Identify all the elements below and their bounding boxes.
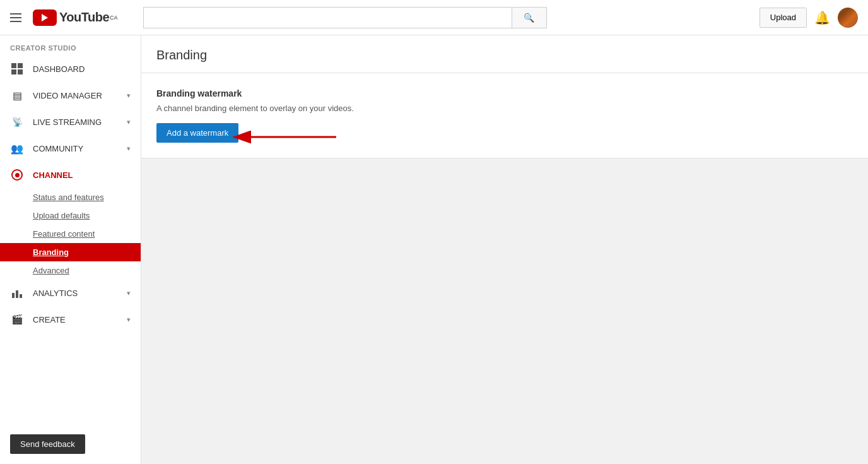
- create-chevron: ▾: [127, 316, 131, 324]
- sidebar-item-community[interactable]: 👥 COMMUNITY ▾: [0, 135, 141, 162]
- analytics-chevron: ▾: [127, 289, 131, 297]
- analytics-label: ANALYTICS: [33, 289, 127, 298]
- arrow-annotation: [238, 118, 339, 156]
- search-input[interactable]: [143, 7, 512, 28]
- upload-button[interactable]: Upload: [760, 8, 807, 28]
- sidebar-sub-item-advanced[interactable]: Advanced: [0, 261, 141, 280]
- sidebar-sub-item-upload-defaults[interactable]: Upload defaults: [0, 206, 141, 225]
- branding-section: Branding watermark A channel branding el…: [141, 73, 868, 158]
- video-manager-label: VIDEO MANAGER: [33, 91, 127, 100]
- avatar[interactable]: [838, 8, 858, 28]
- search-button[interactable]: 🔍: [512, 7, 547, 28]
- community-icon: 👥: [10, 141, 24, 155]
- video-manager-icon: ▤: [10, 88, 24, 102]
- community-label: COMMUNITY: [33, 144, 127, 153]
- live-streaming-chevron: ▾: [127, 118, 131, 126]
- main-content: Branding Branding watermark A channel br…: [141, 35, 868, 464]
- watermark-section-title: Branding watermark: [156, 88, 853, 98]
- search-bar: 🔍: [143, 7, 547, 28]
- create-icon: 🎬: [10, 312, 24, 326]
- channel-icon: [10, 168, 24, 182]
- header-actions: Upload 🔔: [760, 8, 858, 28]
- analytics-icon: [10, 286, 24, 300]
- bell-icon[interactable]: 🔔: [814, 10, 830, 25]
- watermark-section-desc: A channel branding element to overlay on…: [156, 104, 853, 113]
- sidebar-item-dashboard[interactable]: DASHBOARD: [0, 56, 141, 82]
- live-streaming-icon: 📡: [10, 115, 24, 129]
- yt-play-icon: [33, 9, 57, 26]
- yt-wordmark: YouTube: [59, 10, 109, 25]
- sidebar-item-create[interactable]: 🎬 CREATE ▾: [0, 306, 141, 333]
- menu-icon[interactable]: [10, 10, 25, 25]
- dashboard-icon: [10, 62, 24, 76]
- create-label: CREATE: [33, 315, 127, 324]
- youtube-logo[interactable]: YouTubeCA: [33, 9, 118, 26]
- sidebar-sub-item-branding[interactable]: Branding: [0, 243, 141, 261]
- page-title: Branding: [141, 35, 868, 73]
- search-icon: 🔍: [524, 13, 534, 23]
- content-card: Branding Branding watermark A channel br…: [141, 35, 868, 158]
- video-manager-chevron: ▾: [127, 92, 131, 100]
- sidebar-item-channel[interactable]: CHANNEL: [0, 162, 141, 188]
- sidebar-bottom: Send feedback: [0, 424, 141, 464]
- layout: CREATOR STUDIO DASHBOARD ▤ VIDEO MANAGER…: [0, 35, 868, 464]
- community-chevron: ▾: [127, 145, 131, 153]
- live-streaming-label: LIVE STREAMING: [33, 117, 127, 127]
- send-feedback-button[interactable]: Send feedback: [10, 434, 85, 454]
- sidebar: CREATOR STUDIO DASHBOARD ▤ VIDEO MANAGER…: [0, 35, 141, 464]
- sidebar-item-live-streaming[interactable]: 📡 LIVE STREAMING ▾: [0, 109, 141, 135]
- dashboard-label: DASHBOARD: [33, 64, 131, 74]
- channel-label: CHANNEL: [33, 170, 131, 180]
- header: YouTubeCA 🔍 Upload 🔔: [0, 0, 868, 35]
- sidebar-item-analytics[interactable]: ANALYTICS ▾: [0, 280, 141, 306]
- add-watermark-button[interactable]: Add a watermark: [156, 123, 238, 143]
- logo-area: YouTubeCA: [33, 9, 118, 26]
- sidebar-item-video-manager[interactable]: ▤ VIDEO MANAGER ▾: [0, 82, 141, 109]
- sidebar-sub-item-featured-content[interactable]: Featured content: [0, 225, 141, 243]
- creator-studio-label: CREATOR STUDIO: [0, 35, 141, 56]
- sidebar-sub-item-status-features[interactable]: Status and features: [0, 188, 141, 206]
- yt-ca: CA: [110, 15, 118, 21]
